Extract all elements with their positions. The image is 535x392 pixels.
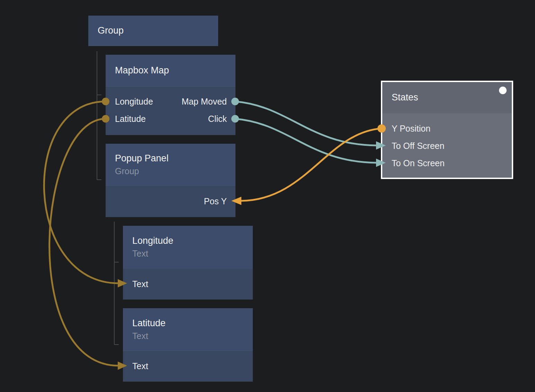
node-header[interactable]: Group [88, 16, 218, 46]
port-row[interactable]: Y Position [382, 120, 512, 137]
node-latitude-text[interactable]: Latitude Text Text [123, 308, 253, 382]
node-longitude-text[interactable]: Longitude Text Text [123, 226, 253, 300]
node-port-area: Y Position To Off Screen To On Screen [382, 113, 512, 178]
input-port-text[interactable]: Text [132, 279, 148, 289]
node-mapbox-map[interactable]: Mapbox Map Longitude Map Moved Latitude … [106, 55, 235, 135]
node-type-label: Text [132, 330, 244, 342]
connections-layer [0, 0, 535, 392]
node-title: States [392, 92, 503, 104]
node-header[interactable]: Mapbox Map [106, 55, 235, 87]
port-row[interactable]: Pos Y [106, 186, 235, 217]
node-graph-canvas[interactable]: Group Mapbox Map Longitude Map Moved Lat… [0, 0, 535, 392]
input-port-to-on-screen[interactable]: To On Screen [392, 158, 445, 168]
port-row[interactable]: To On Screen [382, 154, 512, 172]
node-popup-panel[interactable]: Popup Panel Group Pos Y [106, 144, 235, 217]
selection-indicator-dot [499, 87, 507, 94]
tree-line-group-children [97, 51, 101, 180]
node-title: Latitude [132, 318, 244, 329]
port-row[interactable]: Latitude Click [106, 110, 235, 127]
node-title: Popup Panel [115, 153, 227, 164]
input-port-to-off-screen[interactable]: To Off Screen [392, 141, 444, 151]
node-header[interactable]: Longitude Text [123, 226, 253, 268]
port-row[interactable]: To Off Screen [382, 137, 512, 154]
port-row[interactable]: Text [123, 268, 253, 300]
node-port-area: Longitude Map Moved Latitude Click [106, 87, 235, 135]
node-header[interactable]: Popup Panel Group [106, 144, 235, 186]
output-port-map-moved[interactable]: Map Moved [181, 97, 227, 107]
input-port-latitude[interactable]: Latitude [115, 114, 146, 124]
node-port-area: Text [123, 268, 253, 300]
input-port-pos-y[interactable]: Pos Y [204, 196, 227, 206]
node-states[interactable]: States Y Position To Off Screen To On Sc… [381, 81, 513, 179]
output-port-click[interactable]: Click [208, 114, 227, 124]
node-type-label: Group [115, 166, 227, 177]
node-title: Longitude [132, 235, 244, 247]
node-title: Mapbox Map [115, 65, 227, 77]
node-header[interactable]: Latitude Text [123, 308, 253, 351]
output-port-y-position[interactable]: Y Position [392, 124, 430, 134]
wire-y-position-to-pos-y[interactable] [241, 128, 382, 201]
node-header[interactable]: States [382, 82, 512, 113]
input-port-longitude[interactable]: Longitude [115, 97, 153, 107]
tree-line-popup-children [114, 222, 119, 345]
port-row[interactable]: Text [123, 351, 253, 382]
wire-map-moved-to-off-screen[interactable] [235, 101, 377, 145]
wire-click-to-on-screen[interactable] [235, 119, 377, 163]
input-port-text[interactable]: Text [132, 361, 148, 371]
node-title: Group [98, 25, 209, 37]
node-type-label: Text [132, 248, 244, 259]
port-row[interactable]: Longitude Map Moved [106, 93, 235, 110]
node-group[interactable]: Group [88, 16, 218, 46]
node-port-area: Pos Y [106, 186, 235, 217]
node-port-area: Text [123, 351, 253, 382]
